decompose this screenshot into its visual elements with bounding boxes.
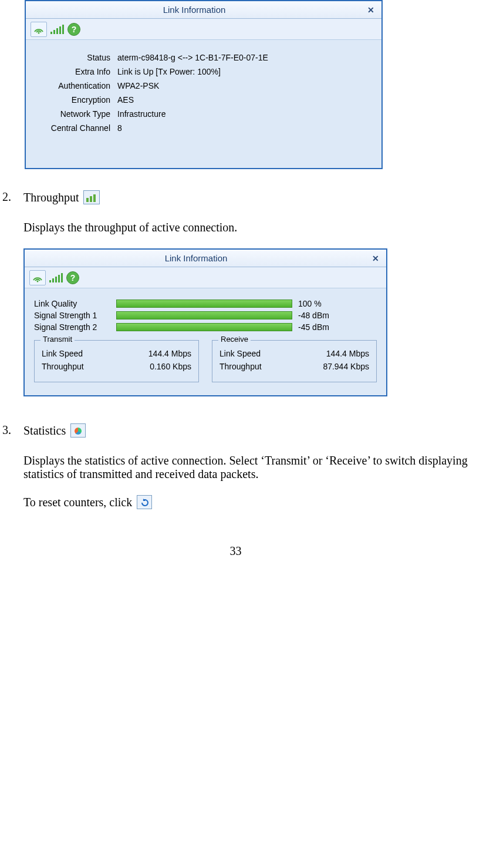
row-signal-strength-2: Signal Strength 2 -45 dBm: [34, 322, 377, 332]
help-icon[interactable]: ?: [67, 23, 80, 36]
value: WPA2-PSK: [117, 81, 372, 90]
label: Central Channel: [35, 123, 117, 133]
reset-icon: [137, 495, 152, 509]
section-desc-throughput: Displays the throughput of active connec…: [23, 221, 471, 234]
dialog-titlebar: Link Information ✕: [26, 1, 381, 19]
value: -48 dBm: [298, 311, 329, 320]
label: Network Type: [35, 109, 117, 119]
label: Link Speed: [219, 349, 261, 358]
label: Throughput: [219, 362, 262, 371]
progress-bar: [116, 323, 292, 331]
throughput-icon: [83, 190, 100, 204]
row-central-channel: Central Channel 8: [35, 123, 372, 133]
reset-text: To reset counters, click: [23, 496, 132, 509]
label: Link Quality: [34, 299, 116, 308]
value: 87.944 Kbps: [323, 362, 369, 371]
link-info-dialog-2: Link Information ✕ ?: [23, 248, 387, 396]
row-network-type: Network Type Infrastructure: [35, 109, 372, 119]
dialog-title: Link Information: [165, 253, 228, 263]
dialog-body: Status aterm-c98418-g <--> 1C-B1-7F-E0-0…: [26, 40, 381, 168]
section-title-throughput: Throughput: [23, 191, 79, 204]
group-receive: Receive Link Speed 144.4 Mbps Throughput…: [212, 340, 377, 382]
value: 100 %: [298, 299, 322, 308]
dialog-title: Link Information: [163, 5, 226, 15]
page-number: 33: [0, 544, 471, 558]
value: 8: [117, 123, 372, 133]
close-icon[interactable]: ✕: [363, 4, 379, 16]
group-transmit: Transmit Link Speed 144.4 Mbps Throughpu…: [34, 340, 199, 382]
list-number-3: 3.: [0, 423, 23, 509]
row-extra-info: Extra Info Link is Up [Tx Power: 100%]: [35, 67, 372, 76]
row-encryption: Encryption AES: [35, 95, 372, 105]
section-desc-statistics: Displays the statistics of active connec…: [23, 454, 471, 481]
label: Status: [35, 53, 117, 62]
row-link-quality: Link Quality 100 %: [34, 299, 377, 308]
signal-bars-icon: [50, 25, 64, 34]
progress-bar: [116, 300, 292, 308]
progress-bar: [116, 311, 292, 319]
row-authentication: Authentication WPA2-PSK: [35, 81, 372, 90]
label: Signal Strength 2: [34, 322, 116, 332]
label: Link Speed: [42, 349, 83, 358]
svg-point-1: [37, 280, 39, 282]
group-title: Transmit: [40, 335, 75, 344]
link-info-dialog-1: Link Information ✕ ? Status aterm-c98418…: [25, 0, 383, 169]
statistics-icon: [70, 423, 86, 438]
dialog-body: Link Quality 100 % Signal Strength 1 -48…: [25, 288, 386, 395]
group-title: Receive: [218, 335, 251, 344]
label: Throughput: [42, 362, 84, 371]
value: AES: [117, 95, 372, 105]
dialog-toolbar: ?: [26, 19, 381, 40]
value: aterm-c98418-g <--> 1C-B1-7F-E0-07-1E: [117, 53, 372, 62]
value: Link is Up [Tx Power: 100%]: [117, 67, 372, 76]
label: Encryption: [35, 95, 117, 105]
label: Signal Strength 1: [34, 311, 116, 320]
wifi-icon[interactable]: [31, 22, 47, 37]
close-icon[interactable]: ✕: [367, 252, 384, 265]
dialog-toolbar: ?: [25, 267, 386, 288]
value: Infrastructure: [117, 109, 372, 119]
wifi-icon[interactable]: [29, 270, 46, 285]
label: Authentication: [35, 81, 117, 90]
row-status: Status aterm-c98418-g <--> 1C-B1-7F-E0-0…: [35, 53, 372, 62]
list-number-2: 2.: [0, 190, 23, 402]
section-title-statistics: Statistics: [23, 424, 66, 438]
label: Extra Info: [35, 67, 117, 76]
value: 0.160 Kbps: [150, 362, 191, 371]
value: 144.4 Mbps: [326, 349, 369, 358]
dialog-titlebar: Link Information ✕: [25, 250, 386, 267]
value: 144.4 Mbps: [148, 349, 191, 358]
signal-bars-icon: [49, 273, 63, 282]
value: -45 dBm: [298, 322, 329, 332]
row-signal-strength-1: Signal Strength 1 -48 dBm: [34, 311, 377, 320]
svg-point-0: [38, 32, 40, 33]
help-icon[interactable]: ?: [66, 271, 79, 284]
